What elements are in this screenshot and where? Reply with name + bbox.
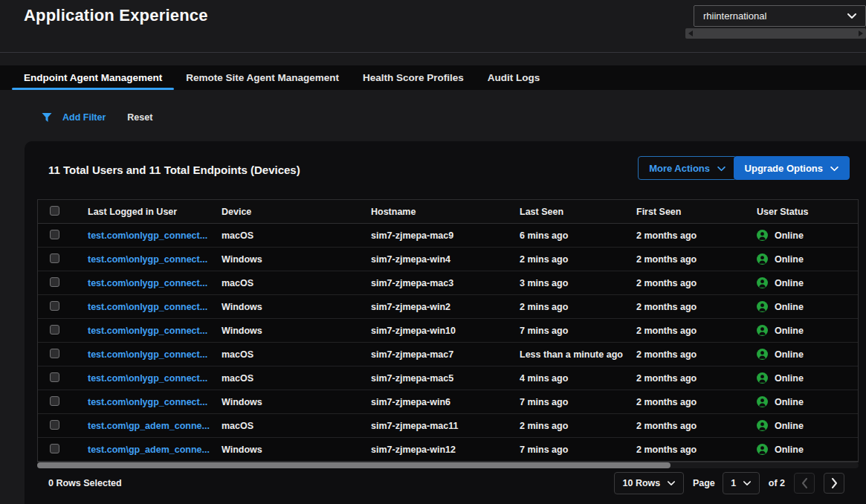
status-label: Online (775, 373, 804, 384)
row-checkbox[interactable] (50, 301, 59, 311)
status-label: Online (775, 326, 804, 336)
table-row: test.com\gp_adem_conne... Windows sim7-z… (38, 438, 858, 462)
online-user-icon (757, 325, 768, 336)
column-header-first-seen: First Seen (625, 207, 742, 217)
user-link[interactable]: test.com\onlygp_connect... (88, 230, 207, 241)
endpoints-table: Last Logged in User Device Hostname Last… (37, 199, 859, 462)
more-actions-label: More Actions (649, 163, 710, 174)
user-link[interactable]: test.com\onlygp_connect... (88, 254, 207, 265)
device-cell: macOS (211, 278, 360, 288)
upgrade-options-label: Upgrade Options (745, 163, 823, 174)
user-link[interactable]: test.com\onlygp_connect... (88, 373, 207, 384)
first-seen-cell: 2 months ago (625, 254, 742, 265)
table-row: test.com\onlygp_connect... Windows sim7-… (38, 390, 858, 414)
table-horizontal-scrollbar[interactable] (37, 462, 859, 468)
filter-bar: Add Filter Reset (42, 109, 152, 126)
device-cell: Windows (211, 397, 360, 407)
row-checkbox[interactable] (50, 253, 59, 263)
status-label: Online (775, 445, 804, 455)
tab-health-score-profiles[interactable]: Health Score Profiles (351, 65, 476, 90)
last-seen-cell: 7 mins ago (508, 397, 625, 407)
row-checkbox[interactable] (50, 230, 59, 239)
page-number-select[interactable]: 1 (723, 472, 760, 494)
last-seen-cell: 2 mins ago (508, 302, 625, 312)
column-header-device: Device (211, 207, 360, 217)
device-cell: macOS (211, 373, 360, 384)
row-checkbox[interactable] (50, 325, 59, 335)
table-header-row: Last Logged in User Device Hostname Last… (38, 200, 858, 224)
status-label: Online (775, 254, 804, 265)
row-checkbox[interactable] (50, 420, 59, 430)
tab-label: Health Score Profiles (363, 72, 464, 83)
totals-summary: 11 Total Users and 11 Total Endpoints (D… (48, 164, 300, 176)
first-seen-cell: 2 months ago (625, 326, 742, 336)
pagination-controls: 10 Rows Page 1 of 2 (614, 472, 844, 494)
rows-per-page-select[interactable]: 10 Rows (614, 472, 684, 494)
column-header-last-seen: Last Seen (508, 207, 625, 217)
hostname-cell: sim7-zjmepa-win12 (360, 445, 508, 455)
last-seen-cell: 2 mins ago (508, 421, 625, 431)
hostname-cell: sim7-zjmepa-win10 (360, 326, 508, 336)
previous-page-button[interactable] (794, 473, 815, 494)
first-seen-cell: 2 months ago (625, 445, 742, 455)
user-link[interactable]: test.com\onlygp_connect... (88, 349, 207, 360)
user-link[interactable]: test.com\onlygp_connect... (88, 397, 207, 407)
tab-remote-site-agent-management[interactable]: Remote Site Agent Management (174, 65, 351, 90)
endpoint-agents-panel: 11 Total Users and 11 Total Endpoints (D… (25, 141, 866, 504)
tab-audit-logs[interactable]: Audit Logs (476, 65, 552, 90)
row-checkbox[interactable] (50, 444, 59, 453)
tab-label: Endpoint Agent Management (24, 72, 162, 83)
status-label: Online (775, 421, 804, 431)
tenant-scrollbar[interactable] (685, 28, 866, 39)
device-cell: macOS (211, 421, 360, 431)
last-seen-cell: Less than a minute ago (508, 349, 625, 360)
add-filter-button[interactable]: Add Filter (62, 112, 106, 123)
chevron-down-icon (847, 10, 856, 22)
online-user-icon (757, 253, 768, 265)
chevron-down-icon (717, 163, 726, 174)
first-seen-cell: 2 months ago (625, 373, 742, 384)
row-checkbox[interactable] (50, 277, 59, 287)
last-seen-cell: 7 mins ago (508, 445, 625, 455)
first-seen-cell: 2 months ago (625, 278, 742, 288)
select-all-checkbox[interactable] (50, 206, 59, 216)
table-row: test.com\onlygp_connect... macOS sim7-zj… (38, 366, 858, 390)
tenant-select[interactable]: rhiinternational (694, 5, 866, 27)
user-link[interactable]: test.com\onlygp_connect... (88, 326, 207, 336)
status-label: Online (775, 278, 804, 288)
table-row: test.com\onlygp_connect... macOS sim7-zj… (38, 224, 858, 248)
online-user-icon (757, 349, 768, 360)
tab-endpoint-agent-management[interactable]: Endpoint Agent Management (12, 65, 174, 90)
row-checkbox[interactable] (50, 396, 59, 406)
row-checkbox[interactable] (50, 372, 59, 382)
horizontal-scrollbar-thumb[interactable] (37, 462, 670, 468)
scroll-right-arrow-icon[interactable] (859, 30, 863, 36)
reset-filter-button[interactable]: Reset (127, 112, 152, 123)
hostname-cell: sim7-zjmepa-mac5 (360, 373, 508, 384)
user-link[interactable]: test.com\gp_adem_conne... (88, 445, 210, 455)
more-actions-button[interactable]: More Actions (638, 156, 737, 180)
column-header-user-status: User Status (742, 207, 858, 217)
scroll-left-arrow-icon[interactable] (688, 30, 693, 36)
last-seen-cell: 2 mins ago (508, 254, 625, 265)
device-cell: macOS (211, 349, 360, 360)
upgrade-options-button[interactable]: Upgrade Options (734, 156, 850, 180)
online-user-icon (757, 396, 768, 407)
next-page-button[interactable] (824, 473, 844, 494)
status-label: Online (775, 230, 804, 241)
last-seen-cell: 4 mins ago (508, 373, 625, 384)
user-link[interactable]: test.com\gp_adem_conne... (88, 421, 210, 431)
online-user-icon (757, 372, 768, 384)
user-link[interactable]: test.com\onlygp_connect... (88, 302, 207, 312)
row-checkbox[interactable] (50, 349, 59, 358)
table-row: test.com\gp_adem_conne... macOS sim7-zjm… (38, 414, 858, 438)
user-link[interactable]: test.com\onlygp_connect... (88, 278, 207, 288)
last-seen-cell: 6 mins ago (508, 230, 625, 241)
online-user-icon (757, 277, 768, 288)
rows-per-page-value: 10 Rows (623, 478, 661, 488)
device-cell: Windows (211, 302, 360, 312)
status-label: Online (775, 302, 804, 312)
online-user-icon (757, 301, 768, 312)
online-user-icon (757, 420, 768, 431)
device-cell: Windows (211, 326, 360, 336)
